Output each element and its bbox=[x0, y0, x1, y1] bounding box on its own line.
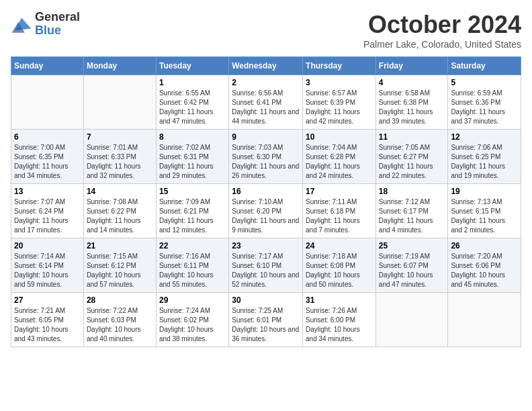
calendar-day-header: Sunday bbox=[11, 57, 84, 75]
calendar-cell: 29Sunrise: 7:24 AM Sunset: 6:02 PM Dayli… bbox=[156, 293, 228, 347]
logo-icon bbox=[11, 13, 32, 35]
day-info: Sunrise: 7:07 AM Sunset: 6:24 PM Dayligh… bbox=[14, 197, 81, 235]
day-info: Sunrise: 6:58 AM Sunset: 6:38 PM Dayligh… bbox=[379, 89, 445, 126]
day-number: 16 bbox=[232, 187, 300, 196]
day-number: 2 bbox=[232, 78, 300, 87]
day-number: 7 bbox=[87, 132, 153, 142]
day-info: Sunrise: 6:57 AM Sunset: 6:39 PM Dayligh… bbox=[306, 89, 373, 126]
day-number: 9 bbox=[232, 132, 300, 142]
day-info: Sunrise: 7:19 AM Sunset: 6:07 PM Dayligh… bbox=[379, 252, 445, 289]
logo: General Blue bbox=[11, 11, 80, 38]
calendar-day-header: Saturday bbox=[448, 57, 521, 75]
month-title: October 2024 bbox=[363, 11, 521, 39]
calendar-cell: 9Sunrise: 7:03 AM Sunset: 6:30 PM Daylig… bbox=[229, 130, 303, 184]
day-number: 4 bbox=[379, 78, 445, 87]
day-number: 13 bbox=[14, 187, 81, 196]
calendar-cell: 20Sunrise: 7:14 AM Sunset: 6:14 PM Dayli… bbox=[11, 238, 84, 293]
day-number: 31 bbox=[306, 295, 373, 305]
calendar-day-header: Wednesday bbox=[229, 57, 303, 75]
day-info: Sunrise: 7:06 AM Sunset: 6:25 PM Dayligh… bbox=[451, 143, 518, 181]
day-number: 20 bbox=[14, 241, 81, 250]
calendar-cell: 3Sunrise: 6:57 AM Sunset: 6:39 PM Daylig… bbox=[303, 75, 376, 130]
calendar-cell: 30Sunrise: 7:25 AM Sunset: 6:01 PM Dayli… bbox=[229, 293, 303, 347]
day-number: 27 bbox=[14, 295, 81, 305]
calendar-day-header: Thursday bbox=[303, 57, 376, 75]
calendar-cell: 11Sunrise: 7:05 AM Sunset: 6:27 PM Dayli… bbox=[375, 130, 448, 184]
calendar-cell: 14Sunrise: 7:08 AM Sunset: 6:22 PM Dayli… bbox=[83, 184, 156, 238]
calendar-cell: 27Sunrise: 7:21 AM Sunset: 6:05 PM Dayli… bbox=[11, 293, 84, 347]
calendar-cell: 21Sunrise: 7:15 AM Sunset: 6:12 PM Dayli… bbox=[83, 238, 156, 293]
calendar-cell: 4Sunrise: 6:58 AM Sunset: 6:38 PM Daylig… bbox=[375, 75, 448, 130]
day-number: 1 bbox=[159, 78, 226, 87]
calendar-cell: 18Sunrise: 7:12 AM Sunset: 6:17 PM Dayli… bbox=[375, 184, 448, 238]
calendar-cell bbox=[448, 293, 521, 347]
calendar-cell: 25Sunrise: 7:19 AM Sunset: 6:07 PM Dayli… bbox=[375, 238, 448, 293]
day-number: 26 bbox=[451, 241, 518, 250]
calendar-cell: 12Sunrise: 7:06 AM Sunset: 6:25 PM Dayli… bbox=[448, 130, 521, 184]
day-info: Sunrise: 6:55 AM Sunset: 6:42 PM Dayligh… bbox=[159, 89, 226, 126]
calendar-week-row: 1Sunrise: 6:55 AM Sunset: 6:42 PM Daylig… bbox=[11, 75, 521, 130]
day-info: Sunrise: 7:22 AM Sunset: 6:03 PM Dayligh… bbox=[87, 306, 153, 344]
calendar-day-header: Tuesday bbox=[156, 57, 228, 75]
day-info: Sunrise: 7:11 AM Sunset: 6:18 PM Dayligh… bbox=[306, 197, 373, 235]
day-number: 12 bbox=[451, 132, 518, 142]
day-number: 19 bbox=[451, 187, 518, 196]
day-number: 24 bbox=[306, 241, 373, 250]
calendar-cell: 2Sunrise: 6:56 AM Sunset: 6:41 PM Daylig… bbox=[229, 75, 303, 130]
calendar-cell bbox=[83, 75, 156, 130]
day-info: Sunrise: 7:04 AM Sunset: 6:28 PM Dayligh… bbox=[306, 143, 373, 181]
calendar-cell: 15Sunrise: 7:09 AM Sunset: 6:21 PM Dayli… bbox=[156, 184, 228, 238]
logo-general-text: General bbox=[35, 11, 80, 24]
calendar-cell: 26Sunrise: 7:20 AM Sunset: 6:06 PM Dayli… bbox=[448, 238, 521, 293]
day-number: 14 bbox=[87, 187, 153, 196]
day-info: Sunrise: 7:10 AM Sunset: 6:20 PM Dayligh… bbox=[232, 197, 300, 235]
day-number: 21 bbox=[87, 241, 153, 250]
day-number: 28 bbox=[87, 295, 153, 305]
day-info: Sunrise: 7:13 AM Sunset: 6:15 PM Dayligh… bbox=[451, 197, 518, 235]
calendar-cell: 23Sunrise: 7:17 AM Sunset: 6:10 PM Dayli… bbox=[229, 238, 303, 293]
logo-blue-text: Blue bbox=[35, 24, 80, 38]
day-info: Sunrise: 6:56 AM Sunset: 6:41 PM Dayligh… bbox=[232, 89, 300, 126]
calendar-cell: 1Sunrise: 6:55 AM Sunset: 6:42 PM Daylig… bbox=[156, 75, 228, 130]
day-number: 17 bbox=[306, 187, 373, 196]
day-info: Sunrise: 7:15 AM Sunset: 6:12 PM Dayligh… bbox=[87, 252, 153, 289]
day-number: 6 bbox=[14, 132, 81, 142]
day-number: 15 bbox=[159, 187, 226, 196]
day-info: Sunrise: 7:14 AM Sunset: 6:14 PM Dayligh… bbox=[14, 252, 81, 289]
day-info: Sunrise: 7:26 AM Sunset: 6:00 PM Dayligh… bbox=[306, 306, 373, 344]
calendar-day-header: Friday bbox=[375, 57, 448, 75]
day-info: Sunrise: 7:03 AM Sunset: 6:30 PM Dayligh… bbox=[232, 143, 300, 181]
day-info: Sunrise: 7:20 AM Sunset: 6:06 PM Dayligh… bbox=[451, 252, 518, 289]
calendar-table: SundayMondayTuesdayWednesdayThursdayFrid… bbox=[11, 56, 521, 347]
calendar-cell: 24Sunrise: 7:18 AM Sunset: 6:08 PM Dayli… bbox=[303, 238, 376, 293]
day-number: 22 bbox=[159, 241, 226, 250]
calendar-cell: 31Sunrise: 7:26 AM Sunset: 6:00 PM Dayli… bbox=[303, 293, 376, 347]
day-number: 23 bbox=[232, 241, 300, 250]
calendar-cell: 16Sunrise: 7:10 AM Sunset: 6:20 PM Dayli… bbox=[229, 184, 303, 238]
calendar-week-row: 6Sunrise: 7:00 AM Sunset: 6:35 PM Daylig… bbox=[11, 130, 521, 184]
day-info: Sunrise: 6:59 AM Sunset: 6:36 PM Dayligh… bbox=[451, 89, 518, 126]
day-number: 18 bbox=[379, 187, 445, 196]
calendar-week-row: 13Sunrise: 7:07 AM Sunset: 6:24 PM Dayli… bbox=[11, 184, 521, 238]
calendar-cell: 8Sunrise: 7:02 AM Sunset: 6:31 PM Daylig… bbox=[156, 130, 228, 184]
calendar-day-header: Monday bbox=[83, 57, 156, 75]
day-info: Sunrise: 7:24 AM Sunset: 6:02 PM Dayligh… bbox=[159, 306, 226, 344]
day-number: 25 bbox=[379, 241, 445, 250]
day-number: 11 bbox=[379, 132, 445, 142]
day-info: Sunrise: 7:05 AM Sunset: 6:27 PM Dayligh… bbox=[379, 143, 445, 181]
day-number: 29 bbox=[159, 295, 226, 305]
calendar-cell: 28Sunrise: 7:22 AM Sunset: 6:03 PM Dayli… bbox=[83, 293, 156, 347]
calendar-week-row: 20Sunrise: 7:14 AM Sunset: 6:14 PM Dayli… bbox=[11, 238, 521, 293]
day-number: 3 bbox=[306, 78, 373, 87]
day-number: 10 bbox=[306, 132, 373, 142]
calendar-cell: 22Sunrise: 7:16 AM Sunset: 6:11 PM Dayli… bbox=[156, 238, 228, 293]
calendar-cell: 5Sunrise: 6:59 AM Sunset: 6:36 PM Daylig… bbox=[448, 75, 521, 130]
day-info: Sunrise: 7:17 AM Sunset: 6:10 PM Dayligh… bbox=[232, 252, 300, 289]
calendar-cell: 10Sunrise: 7:04 AM Sunset: 6:28 PM Dayli… bbox=[303, 130, 376, 184]
day-info: Sunrise: 7:00 AM Sunset: 6:35 PM Dayligh… bbox=[14, 143, 81, 181]
day-info: Sunrise: 7:01 AM Sunset: 6:33 PM Dayligh… bbox=[87, 143, 153, 181]
day-info: Sunrise: 7:21 AM Sunset: 6:05 PM Dayligh… bbox=[14, 306, 81, 344]
calendar-cell bbox=[11, 75, 84, 130]
day-number: 8 bbox=[159, 132, 226, 142]
page-header: General Blue October 2024 Palmer Lake, C… bbox=[11, 11, 521, 50]
